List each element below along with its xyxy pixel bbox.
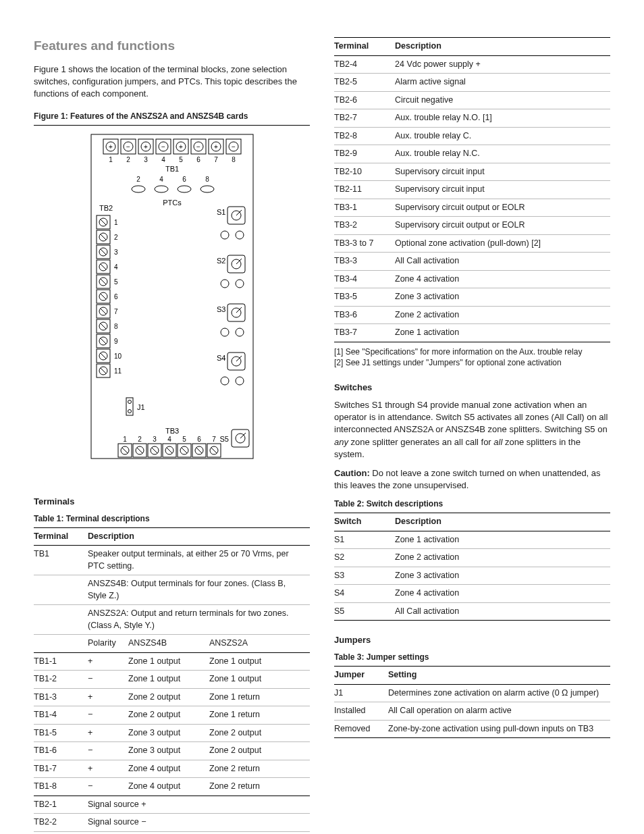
table-row: TB2-424 Vdc power supply + xyxy=(334,55,610,74)
svg-text:−: − xyxy=(232,143,236,151)
fig-j1-label: J1 xyxy=(137,403,145,411)
svg-text:4: 4 xyxy=(114,263,118,271)
table1c-head-terminal: Terminal xyxy=(334,38,395,56)
table-row: TB2-11Supervisory circuit input xyxy=(334,181,610,199)
svg-text:8: 8 xyxy=(205,176,209,183)
figure1-diagram: +1−2+3−4+5−6+7−8 TB1 2468 PTCs TB2 12345… xyxy=(34,131,310,482)
fig-tb2-label: TB2 xyxy=(99,204,113,212)
table-row: TB3-3All Call activation xyxy=(334,253,610,271)
svg-line-63 xyxy=(101,294,106,299)
svg-line-51 xyxy=(101,249,106,255)
table-row: J1Determines zone activation on alarm ac… xyxy=(334,684,610,702)
page-heading: Features and functions xyxy=(34,37,310,55)
table-row: TB2-2Signal source − xyxy=(34,814,310,832)
table-row: TB2-9Aux. trouble relay N.C. xyxy=(334,145,610,163)
svg-text:S4: S4 xyxy=(217,354,225,362)
svg-point-110 xyxy=(128,400,131,403)
svg-text:1: 1 xyxy=(109,156,113,163)
svg-text:8: 8 xyxy=(232,156,236,163)
svg-line-71 xyxy=(101,323,106,329)
svg-point-90 xyxy=(236,231,244,239)
table-row: TB3-5Zone 3 activation xyxy=(334,288,610,307)
table-row: TB2-6Circuit negative xyxy=(334,91,610,109)
table-row: TB1-2−Zone 1 outputZone 1 output xyxy=(34,671,310,689)
svg-text:2: 2 xyxy=(136,176,140,183)
fig-s5-label: S5 xyxy=(219,435,228,443)
svg-point-102 xyxy=(236,328,244,336)
svg-text:+: + xyxy=(109,143,113,151)
table-row: RemovedZone-by-zone activation using pul… xyxy=(334,720,610,738)
svg-text:−: − xyxy=(161,143,165,151)
svg-text:4: 4 xyxy=(159,176,163,183)
table-row: TB1-1+Zone 1 outputZone 1 output xyxy=(34,652,310,671)
table2-head-switch: Switch xyxy=(334,513,395,531)
table1-tb1-label: TB1 xyxy=(34,546,88,575)
svg-line-75 xyxy=(101,338,106,344)
svg-line-131 xyxy=(182,448,187,453)
svg-text:9: 9 xyxy=(114,338,118,345)
svg-text:10: 10 xyxy=(114,353,122,360)
table-row: TB3-1Supervisory circuit output or EOLR xyxy=(334,199,610,217)
table-row: TB2-7Aux. trouble relay N.O. [1] xyxy=(334,109,610,128)
svg-point-40 xyxy=(200,186,214,192)
table-row: InstalledAll Call operation on alarm act… xyxy=(334,702,610,721)
svg-text:4: 4 xyxy=(167,436,171,443)
switches-heading: Switches xyxy=(334,382,610,394)
table1-tb1-desc1: Speaker output terminals, at either 25 o… xyxy=(88,546,310,575)
table1-tb1-desc2: ANSZS4B: Output terminals for four zones… xyxy=(88,575,310,605)
table-row: TB1-3+Zone 2 outputZone 1 return xyxy=(34,688,310,706)
svg-text:5: 5 xyxy=(179,156,183,163)
svg-text:S2: S2 xyxy=(217,257,225,265)
table2-caption: Table 2: Switch descriptions xyxy=(334,498,610,510)
svg-line-127 xyxy=(167,448,172,453)
svg-line-43 xyxy=(101,219,106,225)
table3-caption: Table 3: Jumper settings xyxy=(334,652,610,663)
svg-text:6: 6 xyxy=(114,293,118,301)
svg-text:S1: S1 xyxy=(217,208,225,216)
svg-text:+: + xyxy=(144,143,148,151)
svg-text:4: 4 xyxy=(161,156,165,163)
svg-text:−: − xyxy=(126,143,130,151)
svg-line-139 xyxy=(211,448,217,453)
table3: Jumper Setting J1Determines zone activat… xyxy=(334,666,610,738)
svg-text:S3: S3 xyxy=(217,305,225,313)
svg-point-95 xyxy=(221,280,229,288)
table-row: TB1-7+Zone 4 outputZone 2 return xyxy=(34,760,310,778)
table-row: TB2-3PTT (push to talk) signal xyxy=(34,831,310,834)
svg-text:5: 5 xyxy=(182,436,186,443)
svg-text:2: 2 xyxy=(138,436,142,443)
intro-text: Figure 1 shows the location of the termi… xyxy=(34,63,310,101)
svg-point-108 xyxy=(236,377,244,385)
svg-text:2: 2 xyxy=(114,234,118,241)
table-row: TB3-4Zone 4 activation xyxy=(334,270,610,288)
table1-note1: [1] See "Specifications" for more inform… xyxy=(334,346,610,357)
fig-tb1-label: TB1 xyxy=(165,165,178,173)
svg-text:+: + xyxy=(179,143,183,151)
jumpers-heading: Jumpers xyxy=(334,634,610,646)
table1-head-terminal: Terminal xyxy=(34,527,88,546)
table-row: TB2-10Supervisory circuit input xyxy=(334,163,610,181)
svg-line-119 xyxy=(137,448,142,453)
table-row: S4Zone 4 activation xyxy=(334,585,610,603)
table1-tb1-desc3: ANSZS2A: Output and return terminals for… xyxy=(88,605,310,635)
table1-subhead-4b: ANSZS4B xyxy=(128,635,209,653)
svg-point-34 xyxy=(132,186,145,192)
svg-line-47 xyxy=(101,234,106,240)
svg-text:7: 7 xyxy=(212,436,216,443)
svg-text:6: 6 xyxy=(197,436,201,443)
table-row: TB3-2Supervisory circuit output or EOLR xyxy=(334,217,610,235)
table-row: TB2-1Signal source + xyxy=(34,796,310,814)
switches-caution: Caution: Do not leave a zone switch turn… xyxy=(334,467,610,492)
svg-text:3: 3 xyxy=(153,436,157,443)
table3-head-setting: Setting xyxy=(388,667,610,685)
svg-line-67 xyxy=(101,309,106,314)
table-row: TB1-5+Zone 3 outputZone 2 output xyxy=(34,724,310,742)
svg-point-101 xyxy=(221,328,229,336)
table1-head-description: Description xyxy=(88,527,310,546)
svg-text:11: 11 xyxy=(114,367,122,375)
svg-text:8: 8 xyxy=(114,323,118,330)
svg-text:2: 2 xyxy=(126,156,130,163)
svg-text:−: − xyxy=(196,143,200,151)
table1-subhead-polarity: Polarity xyxy=(88,635,128,653)
svg-line-79 xyxy=(101,353,106,359)
